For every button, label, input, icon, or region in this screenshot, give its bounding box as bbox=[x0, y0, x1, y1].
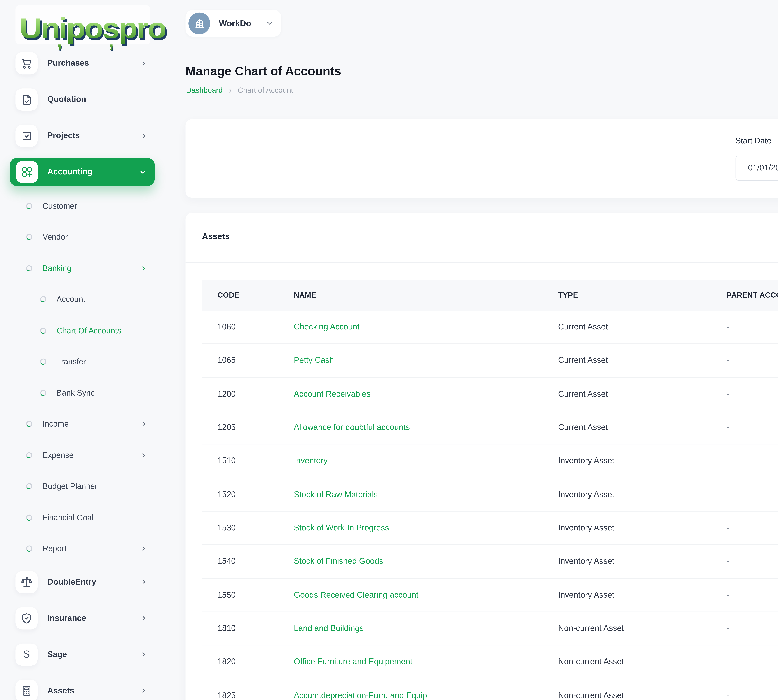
cell-code: 1810 bbox=[217, 624, 294, 633]
sidebar-item-bank-sync[interactable]: Bank Sync bbox=[0, 383, 168, 402]
bullet-circle-icon bbox=[26, 202, 33, 210]
cell-code: 1065 bbox=[217, 356, 294, 365]
chevron-right-icon bbox=[140, 687, 147, 694]
sidebar-item-purchases[interactable]: Purchases bbox=[0, 50, 168, 77]
sidebar-item-expense[interactable]: Expense bbox=[0, 445, 168, 465]
checkbox-icon bbox=[15, 125, 38, 147]
sidebar-item-label: Assets bbox=[47, 686, 74, 695]
sidebar: Unipospro Unipospro , , , , PurchasesQuo… bbox=[0, 0, 168, 700]
sidebar-item-label: Projects bbox=[47, 131, 80, 141]
sidebar-item-label: Sage bbox=[47, 650, 67, 659]
account-name-link[interactable]: Account Receivables bbox=[294, 389, 371, 398]
account-name-link[interactable]: Stock of Finished Goods bbox=[294, 557, 383, 566]
account-name-link[interactable]: Allowance for doubtful accounts bbox=[294, 423, 410, 432]
calculator-icon bbox=[15, 680, 38, 700]
cell-type: Current Asset bbox=[558, 356, 727, 365]
grid-plus-icon bbox=[16, 161, 38, 183]
sidebar-item-label: Report bbox=[42, 544, 67, 553]
table-row: 1520Stock of Raw MaterialsInventory Asse… bbox=[202, 478, 778, 512]
building-icon bbox=[193, 17, 206, 30]
chevron-right-icon bbox=[140, 615, 147, 622]
start-date-input[interactable]: 01/01/2024 bbox=[736, 155, 778, 181]
cell-parent: - bbox=[727, 624, 778, 633]
sidebar-item-projects[interactable]: Projects bbox=[0, 122, 168, 149]
breadcrumb: Dashboard Chart of Account bbox=[186, 86, 293, 95]
sidebar-item-banking[interactable]: Banking bbox=[0, 258, 168, 278]
sidebar-item-doubleentry[interactable]: DoubleEntry bbox=[0, 568, 168, 595]
sidebar-item-insurance[interactable]: Insurance bbox=[0, 605, 168, 632]
sidebar-item-customer[interactable]: Customer bbox=[0, 196, 168, 215]
sidebar-item-label: DoubleEntry bbox=[47, 577, 96, 587]
chevron-right-icon bbox=[140, 545, 147, 552]
sidebar-item-budget-planner[interactable]: Budget Planner bbox=[0, 477, 168, 496]
table-row: 1550Goods Received Clearing accountInven… bbox=[202, 578, 778, 612]
account-name-link[interactable]: Stock of Raw Materials bbox=[294, 490, 378, 499]
sidebar-item-transfer[interactable]: Transfer bbox=[0, 352, 168, 371]
table-row: 1530Stock of Work In ProgressInventory A… bbox=[202, 512, 778, 545]
table-row: 1510InventoryInventory Asset--Enabled bbox=[202, 445, 778, 478]
sidebar-item-financial-goal[interactable]: Financial Goal bbox=[0, 508, 168, 527]
cell-type: Current Asset bbox=[558, 322, 727, 332]
sidebar-item-accounting[interactable]: Accounting bbox=[0, 158, 168, 186]
bullet-circle-icon bbox=[26, 514, 33, 521]
sidebar-item-income[interactable]: Income bbox=[0, 414, 168, 433]
account-name-link[interactable]: Checking Account bbox=[294, 322, 360, 332]
cell-parent: - bbox=[727, 423, 778, 432]
chevron-right-icon bbox=[140, 420, 147, 428]
cell-type: Inventory Asset bbox=[558, 490, 727, 499]
cell-code: 1520 bbox=[217, 490, 294, 499]
breadcrumb-dashboard-link[interactable]: Dashboard bbox=[186, 86, 223, 95]
cell-parent: - bbox=[727, 523, 778, 533]
column-header-parent: PARENT ACCOUNT NAME bbox=[727, 291, 778, 300]
cell-parent: - bbox=[727, 322, 778, 332]
sidebar-item-label: Quotation bbox=[47, 95, 86, 104]
cell-code: 1530 bbox=[217, 523, 294, 533]
cell-name: Petty Cash bbox=[294, 356, 558, 365]
sidebar-item-label: Customer bbox=[42, 201, 77, 210]
account-name-link[interactable]: Office Furniture and Equipement bbox=[294, 657, 412, 667]
account-name-link[interactable]: Goods Received Clearing account bbox=[294, 590, 418, 599]
svg-text:S: S bbox=[23, 648, 30, 659]
bullet-circle-icon bbox=[40, 296, 47, 303]
accounts-card: Assets CODE NAME TYPE PARENT ACCOUNT NAM… bbox=[185, 213, 778, 700]
table-row: 1065Petty CashCurrent Asset--Enabled bbox=[202, 344, 778, 378]
table-row: 1205Allowance for doubtful accountsCurre… bbox=[202, 411, 778, 445]
cell-name: Goods Received Clearing account bbox=[294, 590, 558, 600]
cell-name: Checking Account bbox=[294, 322, 558, 332]
chevron-down-icon bbox=[266, 19, 274, 27]
cell-type: Inventory Asset bbox=[558, 590, 727, 600]
brand-logo[interactable]: Unipospro Unipospro , , , , bbox=[15, 5, 150, 45]
cell-name: Office Furniture and Equipement bbox=[294, 657, 558, 667]
account-name-link[interactable]: Inventory bbox=[294, 456, 327, 465]
account-name-link[interactable]: Petty Cash bbox=[294, 356, 334, 365]
sidebar-item-account[interactable]: Account bbox=[0, 290, 168, 309]
sidebar-item-label: Budget Planner bbox=[42, 482, 97, 491]
table-row: 1820Office Furniture and EquipementNon-c… bbox=[202, 645, 778, 679]
logo-descender-icon: , , bbox=[109, 32, 114, 50]
cell-name: Accum.depreciation-Furn. and Equip bbox=[294, 691, 558, 700]
sidebar-item-vendor[interactable]: Vendor bbox=[0, 227, 168, 247]
sidebar-item-sage[interactable]: SSage bbox=[0, 641, 168, 668]
cell-parent: - bbox=[727, 691, 778, 700]
account-name-link[interactable]: Land and Buildings bbox=[294, 624, 364, 633]
cell-code: 1550 bbox=[217, 590, 294, 600]
workspace-selector[interactable]: WorkDo bbox=[185, 10, 281, 37]
table-row: 1060Checking AccountCurrent Asset--Enabl… bbox=[202, 311, 778, 344]
cell-name: Inventory bbox=[294, 456, 558, 466]
workspace-selector-label: WorkDo bbox=[219, 18, 251, 28]
sidebar-item-label: Expense bbox=[42, 450, 73, 460]
account-name-link[interactable]: Accum.depreciation-Furn. and Equip bbox=[294, 691, 427, 700]
sidebar-item-chart-of-accounts[interactable]: Chart Of Accounts bbox=[0, 321, 168, 340]
cell-type: Non-current Asset bbox=[558, 691, 727, 700]
logo-text: Unipospro bbox=[19, 13, 165, 45]
bullet-circle-icon bbox=[40, 389, 47, 397]
column-header-type: TYPE bbox=[558, 291, 727, 300]
bullet-circle-icon bbox=[26, 452, 33, 459]
accounts-table: CODE NAME TYPE PARENT ACCOUNT NAME BALAN… bbox=[202, 280, 778, 700]
sidebar-item-report[interactable]: Report bbox=[0, 539, 168, 558]
sidebar-item-quotation[interactable]: Quotation bbox=[0, 86, 168, 113]
chevron-right-icon bbox=[140, 265, 147, 272]
sidebar-item-assets[interactable]: Assets bbox=[0, 677, 168, 700]
account-name-link[interactable]: Stock of Work In Progress bbox=[294, 523, 389, 532]
sidebar-item-label: Transfer bbox=[57, 357, 86, 366]
